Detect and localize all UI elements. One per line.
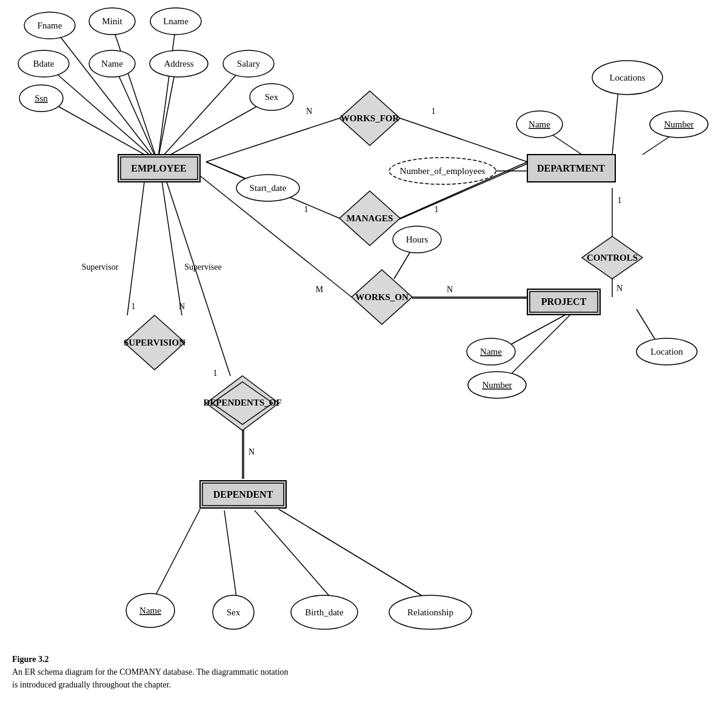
depof-n-label: N (249, 447, 255, 456)
sup-1-label: 1 (132, 302, 136, 311)
proj-number-attr: Number (482, 380, 512, 390)
supervisor-label: Supervisor (82, 262, 119, 272)
svg-line-22 (509, 309, 576, 376)
department-entity: DEPARTMENT (537, 163, 605, 173)
caption: Figure 3.2 An ER schema diagram for the … (12, 653, 436, 691)
salary-attr: Salary (237, 59, 261, 69)
hours-attr: Hours (406, 235, 429, 244)
svg-line-34 (224, 510, 236, 597)
controls-label: CONTROLS (587, 253, 638, 262)
dep-name-attr: Name (139, 606, 161, 615)
wf-1-label: 1 (432, 107, 436, 116)
wo-n-label: N (447, 285, 453, 294)
svg-line-8 (158, 98, 272, 162)
address-attr: Address (164, 59, 193, 69)
dependents-of-label: DEPENDENTS_OF (203, 398, 281, 407)
svg-line-6 (158, 68, 242, 162)
svg-line-3 (48, 67, 158, 162)
sup-n-label: N (179, 302, 185, 311)
proj-name-attr: Name (480, 347, 502, 356)
num-employees-attr: Number_of_employees (400, 166, 486, 176)
supervision-label: SUPERVISION (124, 338, 185, 347)
proj-location-attr: Location (650, 347, 683, 356)
minit-attr: Minit (102, 16, 122, 26)
dependent-entity: DEPENDENT (213, 489, 273, 500)
svg-line-29 (161, 173, 182, 315)
svg-line-35 (255, 510, 330, 597)
ssn-attr: Ssn (35, 93, 48, 103)
wo-m-label: M (316, 285, 324, 294)
supervisee-label: Supervisee (184, 262, 221, 272)
lname-attr: Lname (163, 16, 189, 26)
caption-line2: is introduced gradually throughout the c… (12, 678, 436, 691)
project-entity: PROJECT (541, 296, 587, 307)
employee-entity: EMPLOYEE (131, 163, 187, 173)
wf-n-label: N (306, 107, 312, 116)
bdate-attr: Bdate (33, 59, 55, 69)
dep-sex-attr: Sex (227, 607, 241, 617)
mg-1-right-label: 1 (435, 205, 439, 214)
svg-line-36 (279, 509, 424, 597)
svg-line-5 (158, 68, 176, 162)
figure-title: Figure 3.2 (12, 653, 436, 666)
fname-attr: Fname (38, 21, 62, 30)
svg-line-10 (400, 118, 527, 162)
svg-line-24 (612, 90, 618, 155)
svg-line-7 (44, 98, 158, 162)
start-date-attr: Start_date (250, 183, 287, 193)
svg-line-33 (155, 509, 200, 597)
locations-attr: Locations (609, 73, 645, 82)
svg-line-9 (206, 118, 339, 162)
svg-line-2 (158, 25, 176, 162)
emp-sex-attr: Sex (265, 92, 279, 102)
works-for-label: WORKS_FOR (341, 113, 399, 123)
caption-line1: An ER schema diagram for the COMPANY dat… (12, 666, 436, 678)
ctrl-1-label: 1 (618, 196, 622, 205)
emp-name-attr: Name (101, 59, 123, 69)
svg-line-1 (112, 25, 158, 162)
dept-number-attr: Number (664, 119, 693, 129)
er-diagram: text { font-family: 'Times New Roman', T… (0, 0, 728, 661)
dep-birth-date-attr: Birth_date (305, 607, 344, 617)
dept-name-attr: Name (529, 119, 550, 129)
manages-label: MANAGES (347, 213, 393, 223)
mg-1-left-label: 1 (304, 205, 309, 214)
works-on-label: WORKS_ON (355, 292, 409, 302)
svg-line-28 (127, 173, 145, 315)
depof-1-label: 1 (213, 369, 218, 378)
svg-line-18 (394, 249, 412, 279)
ctrl-n-label: N (616, 284, 623, 293)
dep-relationship-attr: Relationship (407, 607, 453, 617)
